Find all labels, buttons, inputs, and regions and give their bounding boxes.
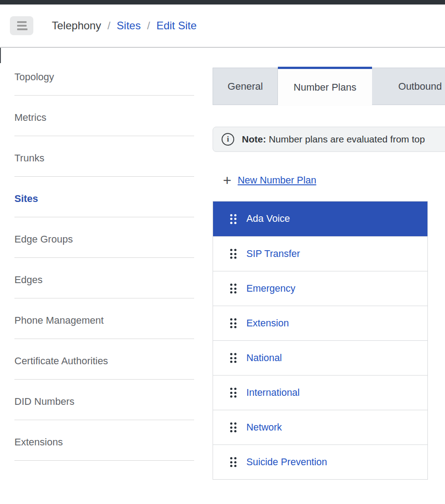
sidebar-item-certificate-authorities[interactable]: Certificate Authorities xyxy=(14,339,194,380)
drag-handle-icon[interactable] xyxy=(230,353,236,363)
breadcrumb-link-sites[interactable]: Sites xyxy=(117,19,141,32)
sidebar-item-did-numbers[interactable]: DID Numbers xyxy=(14,380,194,420)
sidebar-item-trunks[interactable]: Trunks xyxy=(14,136,194,177)
note-banner: i Note:Number plans are evaluated from t… xyxy=(213,127,445,152)
number-plan-row-extension[interactable]: Extension xyxy=(213,306,427,340)
tab-number-plans[interactable]: Number Plans xyxy=(278,67,372,106)
breadcrumb-separator: / xyxy=(107,19,110,32)
drag-handle-icon[interactable] xyxy=(230,284,236,293)
number-plan-row-international[interactable]: International xyxy=(213,375,427,410)
number-plan-name[interactable]: Extension xyxy=(246,318,289,329)
new-number-plan-label: New Number Plan xyxy=(238,175,316,186)
new-number-plan-link[interactable]: + New Number Plan xyxy=(213,173,316,188)
number-plan-list: Ada Voice SIP Transfer Emergency Extensi… xyxy=(213,201,428,480)
top-bar xyxy=(0,0,445,5)
drag-handle-icon[interactable] xyxy=(230,457,236,467)
sidebar-item-edge-groups[interactable]: Edge Groups xyxy=(14,217,194,258)
number-plan-row-ada-voice[interactable]: Ada Voice xyxy=(213,202,427,236)
sidebar-item-extensions[interactable]: Extensions xyxy=(14,420,194,461)
sidebar-item-phone-management[interactable]: Phone Management xyxy=(14,298,194,339)
drag-handle-icon[interactable] xyxy=(230,249,236,259)
menu-button[interactable] xyxy=(10,16,33,35)
number-plan-name[interactable]: National xyxy=(246,353,282,364)
breadcrumb-section: Telephony xyxy=(52,19,101,32)
plus-icon: + xyxy=(223,174,232,187)
note-body: Number plans are evaluated from top xyxy=(269,134,425,144)
breadcrumb-current-edit-site[interactable]: Edit Site xyxy=(156,19,196,32)
number-plan-name[interactable]: Network xyxy=(246,422,282,433)
number-plan-row-national[interactable]: National xyxy=(213,340,427,375)
number-plan-row-sip-transfer[interactable]: SIP Transfer xyxy=(213,236,427,271)
drag-handle-icon[interactable] xyxy=(230,214,236,224)
drag-handle-icon[interactable] xyxy=(230,318,236,328)
drag-handle-icon[interactable] xyxy=(230,388,236,398)
number-plan-row-suicide-prevention[interactable]: Suicide Prevention xyxy=(213,444,427,479)
number-plan-row-network[interactable]: Network xyxy=(213,410,427,444)
sidebar-item-sites[interactable]: Sites xyxy=(14,177,194,217)
sidebar-item-metrics[interactable]: Metrics xyxy=(14,96,194,136)
breadcrumb-separator: / xyxy=(147,19,150,32)
info-icon: i xyxy=(222,133,234,146)
number-plan-name[interactable]: Emergency xyxy=(246,283,295,294)
note-label: Note: xyxy=(242,134,266,144)
number-plan-name[interactable]: Suicide Prevention xyxy=(246,457,327,468)
tab-general[interactable]: General xyxy=(213,68,278,105)
hamburger-icon xyxy=(17,25,27,27)
page-header: Telephony / Sites / Edit Site xyxy=(0,5,445,48)
number-plan-name[interactable]: SIP Transfer xyxy=(246,248,300,260)
tab-outbound-routes[interactable]: Outbound Routes xyxy=(372,68,445,105)
number-plan-name[interactable]: International xyxy=(246,387,300,399)
sidebar-item-topology[interactable]: Topology xyxy=(14,55,194,96)
number-plan-name[interactable]: Ada Voice xyxy=(246,213,290,225)
sidebar-item-edges[interactable]: Edges xyxy=(14,258,194,298)
note-text: Note:Number plans are evaluated from top xyxy=(242,134,425,145)
edit-site-tabs: General Number Plans Outbound Routes xyxy=(213,67,445,106)
sidebar-nav: Topology Metrics Trunks Sites Edge Group… xyxy=(14,55,194,461)
number-plan-row-emergency[interactable]: Emergency xyxy=(213,271,427,306)
drag-handle-icon[interactable] xyxy=(230,422,236,432)
breadcrumb: Telephony / Sites / Edit Site xyxy=(52,19,197,32)
